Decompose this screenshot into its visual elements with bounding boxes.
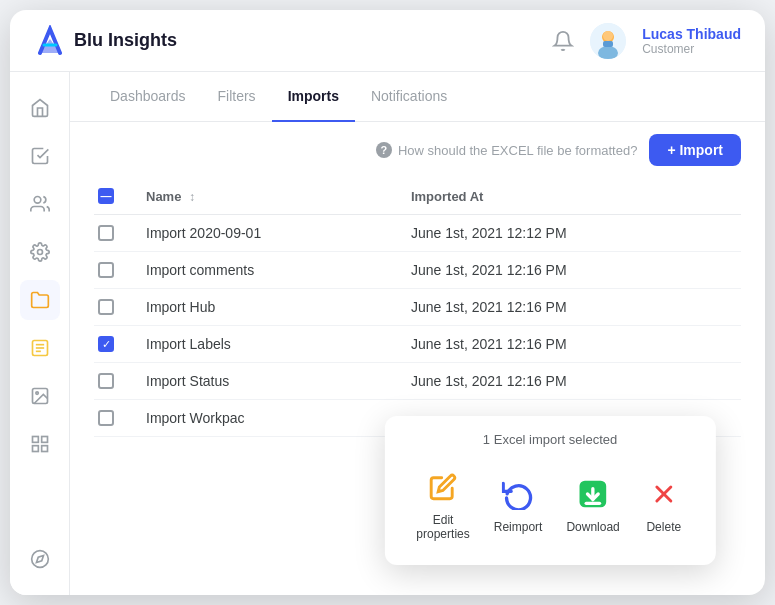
help-icon: ? <box>376 142 392 158</box>
row-checkbox-cell <box>94 363 134 400</box>
tab-imports[interactable]: Imports <box>272 73 355 122</box>
table-row: Import HubJune 1st, 2021 12:16 PM <box>94 289 741 326</box>
header: Blu Insights Lucas Thibaud Customer <box>10 10 765 72</box>
download-label: Download <box>566 520 619 534</box>
compass-icon <box>30 549 50 569</box>
row-name: Import comments <box>134 252 399 289</box>
row-name: Import 2020-09-01 <box>134 215 399 252</box>
import-button[interactable]: + Import <box>649 134 741 166</box>
svg-rect-15 <box>32 446 38 452</box>
app-name: Blu Insights <box>74 30 177 51</box>
context-popup: 1 Excel import selected Editproperties <box>384 416 715 565</box>
row-name: Import Hub <box>134 289 399 326</box>
row-checkbox-cell: ✓ <box>94 326 134 363</box>
svg-point-5 <box>34 197 41 204</box>
svg-rect-14 <box>41 437 47 443</box>
row-checkbox-cell <box>94 252 134 289</box>
sidebar-item-files[interactable] <box>20 280 60 320</box>
table-row: ✓Import LabelsJune 1st, 2021 12:16 PM <box>94 326 741 363</box>
reimport-icon <box>498 474 538 514</box>
header-imported-at: Imported At <box>399 178 741 215</box>
svg-point-17 <box>31 551 48 568</box>
row-name: Import Status <box>134 363 399 400</box>
sidebar-item-images[interactable] <box>20 376 60 416</box>
format-help: ? How should the EXCEL file be formatted… <box>376 142 637 158</box>
table-row: Import StatusJune 1st, 2021 12:16 PM <box>94 363 741 400</box>
tab-notifications[interactable]: Notifications <box>355 73 463 122</box>
reimport-label: Reimport <box>494 520 543 534</box>
svg-point-12 <box>35 392 38 395</box>
images-icon <box>30 386 50 406</box>
imports-table: — Name ↕ Imported At <box>94 178 741 437</box>
grid-icon <box>30 434 50 454</box>
app-window: Blu Insights Lucas Thibaud Customer <box>10 10 765 595</box>
row-name: Import Workpac <box>134 400 399 437</box>
row-imported-at: June 1st, 2021 12:16 PM <box>399 252 741 289</box>
popup-header: 1 Excel import selected <box>408 432 691 447</box>
sidebar-item-home[interactable] <box>20 88 60 128</box>
sidebar <box>10 72 70 595</box>
files-icon <box>30 290 50 310</box>
svg-rect-13 <box>32 437 38 443</box>
row-imported-at: June 1st, 2021 12:16 PM <box>399 289 741 326</box>
popup-action-download[interactable]: Download <box>558 470 627 538</box>
row-checkbox[interactable] <box>98 373 114 389</box>
svg-rect-16 <box>41 446 47 452</box>
help-text: How should the EXCEL file be formatted? <box>398 143 637 158</box>
delete-icon <box>644 474 684 514</box>
tab-filters[interactable]: Filters <box>202 73 272 122</box>
row-checkbox[interactable] <box>98 225 114 241</box>
notes-icon <box>30 338 50 358</box>
svg-rect-4 <box>603 41 613 47</box>
logo-icon <box>34 25 66 57</box>
row-imported-at: June 1st, 2021 12:16 PM <box>399 363 741 400</box>
row-checkbox[interactable] <box>98 410 114 426</box>
popup-action-edit[interactable]: Editproperties <box>408 463 477 545</box>
sidebar-item-tasks[interactable] <box>20 136 60 176</box>
row-checkbox-cell <box>94 289 134 326</box>
table-container: — Name ↕ Imported At <box>70 178 765 595</box>
row-checkbox-cell <box>94 400 134 437</box>
svg-point-3 <box>603 31 613 41</box>
header-checkbox-cell: — <box>94 178 134 215</box>
sidebar-item-notes[interactable] <box>20 328 60 368</box>
row-name: Import Labels <box>134 326 399 363</box>
sidebar-item-people[interactable] <box>20 184 60 224</box>
tab-dashboards[interactable]: Dashboards <box>94 73 202 122</box>
header-name: Name ↕ <box>134 178 399 215</box>
sidebar-item-settings[interactable] <box>20 232 60 272</box>
people-icon <box>30 194 50 214</box>
popup-action-delete[interactable]: Delete <box>636 470 692 538</box>
row-checkbox[interactable] <box>98 262 114 278</box>
delete-label: Delete <box>646 520 681 534</box>
row-checkbox[interactable] <box>98 299 114 315</box>
home-icon <box>30 98 50 118</box>
edit-icon <box>423 467 463 507</box>
table-row: Import 2020-09-01June 1st, 2021 12:12 PM <box>94 215 741 252</box>
edit-label: Editproperties <box>416 513 469 541</box>
toolbar: ? How should the EXCEL file be formatted… <box>70 122 765 178</box>
main-layout: Dashboards Filters Imports Notifications… <box>10 72 765 595</box>
user-name: Lucas Thibaud <box>642 26 741 42</box>
user-role: Customer <box>642 42 741 56</box>
row-imported-at: June 1st, 2021 12:16 PM <box>399 326 741 363</box>
settings-icon <box>30 242 50 262</box>
bell-icon[interactable] <box>552 30 574 52</box>
check-square-icon <box>30 146 50 166</box>
tabs-bar: Dashboards Filters Imports Notifications <box>70 72 765 122</box>
popup-actions: Editproperties Reimport <box>408 463 691 545</box>
sidebar-item-compass[interactable] <box>20 539 60 579</box>
user-info: Lucas Thibaud Customer <box>642 26 741 56</box>
svg-point-6 <box>37 250 42 255</box>
row-checkbox[interactable]: ✓ <box>98 336 114 352</box>
header-right: Lucas Thibaud Customer <box>552 23 741 59</box>
row-imported-at: June 1st, 2021 12:12 PM <box>399 215 741 252</box>
avatar <box>590 23 626 59</box>
select-all-checkbox[interactable]: — <box>98 188 114 204</box>
sidebar-item-grid[interactable] <box>20 424 60 464</box>
content-area: Dashboards Filters Imports Notifications… <box>70 72 765 595</box>
download-icon <box>573 474 613 514</box>
row-checkbox-cell <box>94 215 134 252</box>
popup-action-reimport[interactable]: Reimport <box>486 470 551 538</box>
sort-icon[interactable]: ↕ <box>189 190 195 204</box>
